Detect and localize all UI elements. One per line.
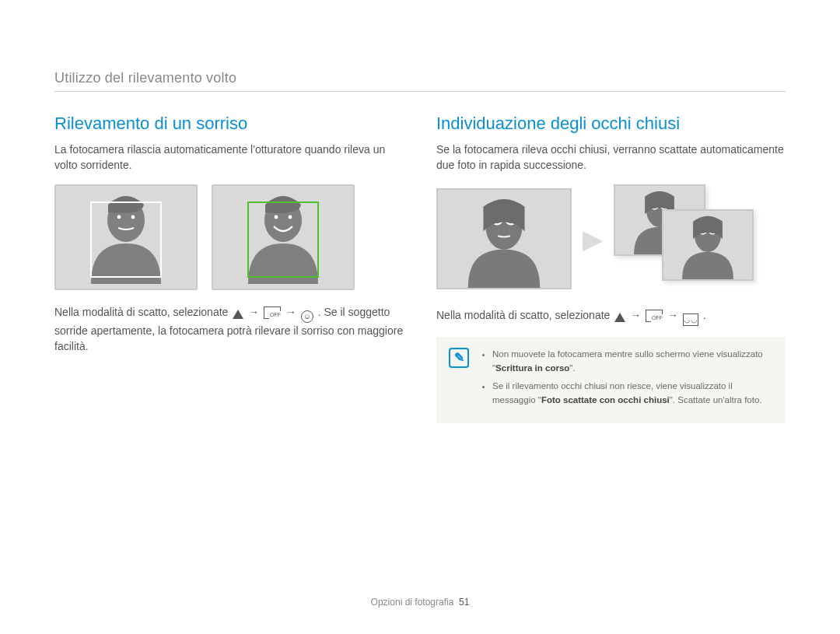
note-strong: Scrittura in corso <box>495 363 569 373</box>
arrow-icon: → <box>630 307 641 323</box>
smile-example-images <box>54 184 404 290</box>
instr-pre: Nella modalità di scatto, selezionate <box>54 306 231 318</box>
up-triangle-icon <box>614 313 625 322</box>
content-columns: Rilevamento di un sorriso La fotocamera … <box>54 114 786 423</box>
note-item-2: Se il rilevamento occhi chiusi non riesc… <box>492 380 773 408</box>
smile-instruction-text: Nella modalità di scatto, selezionate → … <box>54 304 404 355</box>
arrow-icon: → <box>285 304 296 320</box>
blink-example-images: ▶ <box>436 184 786 293</box>
arrow-icon: → <box>248 304 259 320</box>
photo-closed-eyes-large <box>436 188 572 289</box>
section-title-blink: Individuazione degli occhi chiusi <box>436 114 786 134</box>
note-list: Non muovete la fotocamera mentre sullo s… <box>480 348 773 412</box>
result-photo-2 <box>662 209 754 281</box>
person-illustration-closed-eyes <box>453 196 555 288</box>
column-blink-detection: Individuazione degli occhi chiusi Se la … <box>436 114 786 423</box>
face-detect-box-white <box>90 201 162 278</box>
blink-mode-icon: ◡◡ <box>683 313 698 326</box>
note-item-1: Non muovete la fotocamera mentre sullo s… <box>492 348 773 376</box>
lcd-frame-smiling <box>212 184 355 290</box>
face-detect-off-icon: OFF <box>264 306 281 319</box>
manual-page: Utilizzo del rilevamento volto Rilevamen… <box>0 0 840 634</box>
chapter-title: Utilizzo del rilevamento volto <box>54 70 786 92</box>
section-title-smile: Rilevamento di un sorriso <box>54 114 404 134</box>
instr-pre: Nella modalità di scatto, selezionate <box>436 309 613 321</box>
blink-intro-text: Se la fotocamera rileva occhi chiusi, ve… <box>436 142 786 173</box>
smile-mode-icon: ☺ <box>301 310 313 323</box>
photo-result-stack <box>614 184 769 293</box>
note-info-icon: ✎ <box>449 348 469 368</box>
column-smile-detection: Rilevamento di un sorriso La fotocamera … <box>54 114 404 423</box>
person-illustration-small <box>672 214 744 279</box>
face-detect-box-green <box>247 201 319 278</box>
lcd-frame-neutral <box>54 184 198 290</box>
up-triangle-icon <box>233 310 243 319</box>
note-text: ". <box>569 363 575 373</box>
arrow-icon: → <box>667 307 678 323</box>
result-arrow-icon: ▶ <box>583 223 603 254</box>
page-footer: Opzioni di fotografia 51 <box>0 597 840 608</box>
smile-intro-text: La fotocamera rilascia automaticamente l… <box>54 142 404 173</box>
note-box: ✎ Non muovete la fotocamera mentre sullo… <box>436 337 786 423</box>
instr-post: . <box>703 309 706 321</box>
blink-instruction-text: Nella modalità di scatto, selezionate → … <box>436 307 786 326</box>
page-number: 51 <box>459 597 469 608</box>
note-strong: Foto scattate con occhi chiusi <box>541 395 670 405</box>
face-detect-off-icon: OFF <box>646 310 663 322</box>
note-text: ". Scattate un'altra foto. <box>670 395 762 405</box>
footer-section: Opzioni di fotografia <box>371 597 454 608</box>
